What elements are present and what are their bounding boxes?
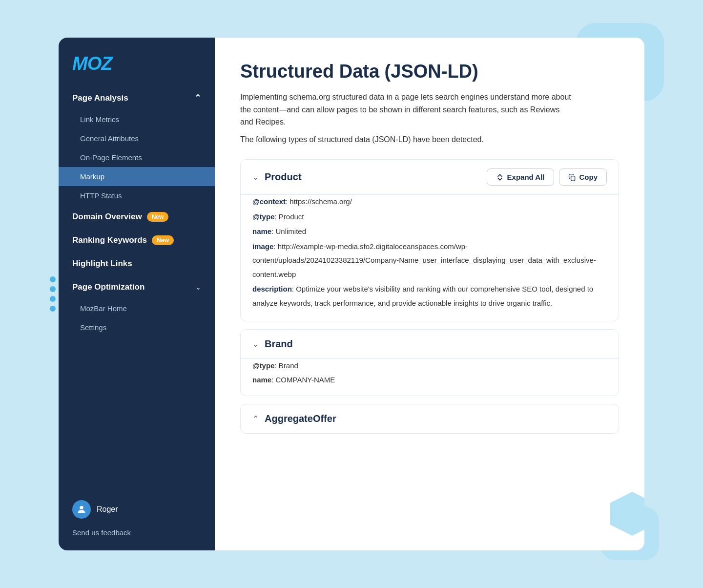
sidebar-item-ranking-keywords[interactable]: Ranking Keywords New [59,229,215,252]
copy-button[interactable]: Copy [559,168,607,186]
svg-rect-1 [571,176,575,181]
sidebar-item-markup[interactable]: Markup [59,167,215,186]
highlight-links-label: Highlight Links [72,259,132,268]
image-key: image [252,242,273,251]
brand-schema-body: @type: Brand name: COMPANY-NAME [241,359,619,396]
context-value: https://schema.org/ [289,197,352,206]
product-collapse-icon[interactable]: ⌄ [252,172,259,182]
sidebar-item-mozbar-home[interactable]: MozBar Home [59,299,215,318]
product-schema-section: ⌄ Product Expand All [240,159,619,321]
product-header-left: ⌄ Product [252,171,302,183]
brand-schema-header: ⌄ Brand [241,330,619,358]
brand-name-key: name [252,376,271,384]
brand-schema-section: ⌄ Brand @type: Brand name: COMPANY-NAME [240,329,619,396]
user-name: Roger [97,505,118,514]
page-optimization-label: Page Optimization [72,282,145,292]
sidebar-item-on-page-elements[interactable]: On-Page Elements [59,148,215,167]
product-title: Product [265,171,302,183]
decorative-dots [50,276,56,312]
product-header-actions: Expand All Copy [487,168,607,186]
domain-overview-label: Domain Overview [72,212,142,222]
avatar [72,500,91,519]
logo-area: MOZ [59,38,215,86]
ranking-keywords-label: Ranking Keywords [72,235,147,245]
sidebar-bottom: Roger Send us feedback [59,484,215,541]
type-key: @type [252,212,274,221]
sidebar-item-general-attributes[interactable]: General Attributes [59,129,215,148]
page-description-1: Implementing schema.org structured data … [240,91,572,128]
chevron-up-icon: ⌃ [194,93,201,103]
aggregate-schema-header: ⌃ AggregateOffer [241,404,619,433]
sidebar-section-page-analysis[interactable]: Page Analysis ⌃ [59,86,215,110]
type-value: Product [279,212,304,221]
name-value: Unlimited [276,227,307,235]
brand-type-key: @type [252,361,274,370]
aggregate-schema-section: ⌃ AggregateOffer [240,404,619,434]
svg-point-0 [80,506,83,509]
sidebar-item-domain-overview[interactable]: Domain Overview New [59,205,215,229]
product-schema-header: ⌄ Product Expand All [241,160,619,194]
context-key: @context [252,197,286,206]
aggregate-title: AggregateOffer [265,413,336,424]
description-value: Optimize your website's visibility and r… [252,285,593,307]
brand-name-value: COMPANY-NAME [276,376,335,384]
expand-all-button[interactable]: Expand All [487,168,554,186]
description-key: description [252,285,292,293]
sidebar-item-highlight-links[interactable]: Highlight Links [59,252,215,275]
sidebar-item-link-metrics[interactable]: Link Metrics [59,110,215,129]
user-row[interactable]: Roger [72,494,201,525]
page-description-2: The following types of structured data (… [240,133,572,146]
copy-label: Copy [579,173,598,181]
copy-icon [568,173,576,181]
brand-type-value: Brand [279,361,298,370]
chevron-down-icon: ⌄ [195,283,201,291]
domain-overview-badge: New [147,212,169,222]
brand-title: Brand [265,338,293,350]
aggregate-expand-icon[interactable]: ⌃ [252,414,259,423]
page-analysis-label: Page Analysis [72,93,128,103]
brand-collapse-icon[interactable]: ⌄ [252,339,259,349]
product-schema-body: @context: https://schema.org/ @type: Pro… [241,195,619,321]
sidebar-section-page-optimization[interactable]: Page Optimization ⌄ [59,275,215,299]
page-title: Structured Data (JSON-LD) [240,61,619,82]
feedback-link[interactable]: Send us feedback [72,525,201,541]
sidebar-item-settings[interactable]: Settings [59,318,215,337]
brand-header-left: ⌄ Brand [252,338,293,350]
sidebar: MOZ Page Analysis ⌃ Link Metrics General… [59,38,215,550]
expand-all-label: Expand All [507,173,545,181]
main-content: Structured Data (JSON-LD) Implementing s… [215,38,644,550]
hex-decoration [610,492,644,536]
moz-logo: MOZ [72,53,201,74]
expand-icon [496,173,504,181]
sidebar-item-http-status[interactable]: HTTP Status [59,186,215,205]
image-value: http://example-wp-media.sfo2.digitalocea… [252,242,596,278]
name-key: name [252,227,271,235]
ranking-keywords-badge: New [152,235,174,245]
